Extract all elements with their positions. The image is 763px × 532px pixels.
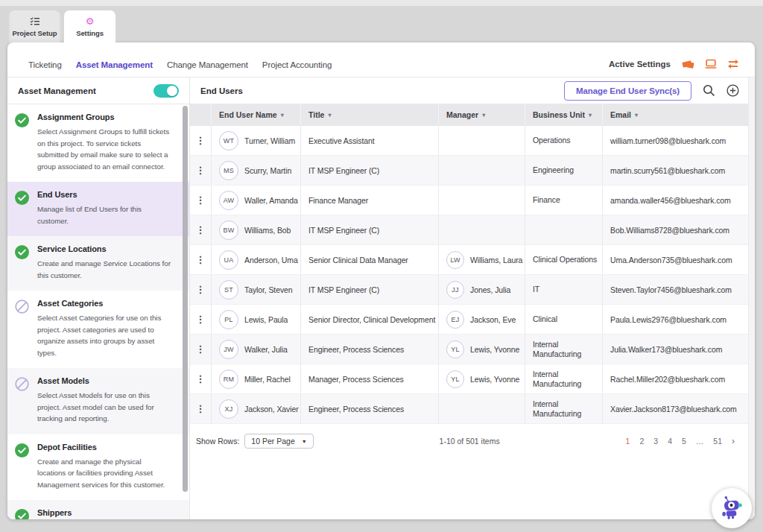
chat-mascot-button[interactable] — [712, 488, 752, 528]
table-row[interactable]: ⋮ ST Taylor, Steven IT MSP Engineer (C) … — [190, 275, 748, 305]
sidebar-item[interactable]: Asset Categories Select Asset Categories… — [7, 291, 189, 368]
row-menu-icon[interactable]: ⋮ — [196, 344, 206, 354]
table-row[interactable]: ⋮ XJ Jackson, Xavier Engineer, Process S… — [190, 394, 748, 424]
row-menu-icon[interactable]: ⋮ — [196, 195, 206, 205]
end-user-avatar: RM — [219, 370, 238, 389]
manage-end-user-syncs-button[interactable]: Manage End User Sync(s) — [564, 81, 691, 101]
panel-scrollbar[interactable] — [748, 77, 755, 519]
row-menu-icon[interactable]: ⋮ — [196, 255, 206, 265]
table-header: End User Name ▾ Title ▾ Manager ▾ Busine… — [190, 104, 748, 126]
sidebar-item-title: End Users — [37, 190, 171, 199]
sidebar-item-text: Depot Facilities Create and manage the p… — [37, 443, 171, 491]
tab-project-setup[interactable]: Project Setup — [9, 10, 60, 42]
table-row[interactable]: ⋮ AW Waller, Amanda Finance Manager Fina… — [190, 186, 748, 215]
table-row[interactable]: ⋮ RM Miller, Rachel Manager, Process Sci… — [190, 364, 748, 394]
table-row[interactable]: ⋮ PL Lewis, Paula Senior Director, Clini… — [190, 305, 748, 335]
column-header[interactable]: Manager ▾ — [439, 104, 525, 126]
sidebar-item[interactable]: Asset Models Select Asset Models for use… — [7, 368, 189, 434]
column-header-label: Title — [308, 110, 324, 119]
pagination-page[interactable]: 3 — [653, 437, 658, 446]
column-header[interactable]: Email ▾ — [603, 104, 748, 126]
sidebar-item-title: Service Locations — [37, 244, 171, 253]
business-unit: Operations — [525, 126, 603, 155]
sidebar-header: Asset Management — [7, 77, 189, 104]
row-menu-icon[interactable]: ⋮ — [196, 404, 206, 414]
business-unit: Finance — [525, 186, 603, 215]
manager-name: Lewis, Yvonne — [470, 345, 519, 354]
pagination: 12345…51› — [626, 436, 738, 446]
manager-avatar: LW — [446, 251, 464, 269]
search-icon[interactable] — [703, 84, 715, 97]
table-row[interactable]: ⋮ BW Williams, Bob IT MSP Engineer (C) B… — [190, 215, 748, 245]
end-user-title: IT MSP Engineer (C) — [301, 156, 439, 185]
end-user-name: Anderson, Uma — [244, 256, 298, 265]
end-user-title: IT MSP Engineer (C) — [301, 275, 439, 304]
row-menu-icon[interactable]: ⋮ — [196, 136, 206, 145]
row-menu-icon[interactable]: ⋮ — [196, 314, 206, 324]
manager-name: Jones, Julia — [470, 285, 510, 294]
column-header[interactable]: Business Unit ▾ — [525, 104, 603, 126]
row-menu-icon[interactable]: ⋮ — [196, 374, 206, 384]
check-circle-icon — [15, 443, 29, 457]
tab-label: Project Setup — [13, 29, 57, 37]
row-menu-icon[interactable]: ⋮ — [196, 285, 206, 294]
laptop-icon[interactable] — [704, 59, 718, 69]
column-header-label: Manager — [446, 110, 478, 119]
swap-arrows-icon[interactable] — [726, 59, 740, 69]
email: Julia.Walker173@blueshark.com — [603, 335, 748, 364]
sidebar-item[interactable]: Service Locations Create and manage Serv… — [7, 236, 189, 291]
panel-header: End Users Manage End User Sync(s) — [190, 77, 748, 104]
column-header[interactable]: End User Name ▾ — [212, 104, 301, 126]
sidebar-item-description: Create and manage Service Locations for … — [37, 258, 171, 281]
end-user-name: Walker, Julia — [244, 345, 288, 354]
end-user-title: Senior Director, Clinical Development — [301, 305, 439, 334]
settings-card: TicketingAsset ManagementChange Manageme… — [7, 42, 755, 519]
end-user-avatar: WT — [219, 131, 238, 151]
add-end-user-icon[interactable] — [726, 84, 739, 97]
pagination-page[interactable]: 1 — [626, 437, 630, 446]
end-user-name: Williams, Bob — [244, 226, 291, 235]
items-range: 1-10 of 501 items — [314, 437, 626, 446]
pagination-page[interactable]: 2 — [639, 437, 644, 446]
column-header[interactable]: Title ▾ — [301, 104, 439, 126]
subnav-item[interactable]: Project Accounting — [262, 60, 332, 69]
per-page-select[interactable]: 10 Per Page ▼ — [244, 434, 313, 449]
end-user-avatar: JW — [219, 340, 238, 359]
sidebar-item[interactable]: Shippers Create and manage the list of S… — [7, 500, 189, 519]
column-header-label: Email — [610, 110, 631, 119]
end-user-name: Turner, William — [244, 136, 295, 145]
row-menu-icon[interactable]: ⋮ — [196, 165, 206, 175]
table-row[interactable]: ⋮ MS Scurry, Martin IT MSP Engineer (C) … — [190, 156, 748, 186]
sidebar-item[interactable]: End Users Manage list of End Users for t… — [7, 182, 189, 236]
sidebar-item[interactable]: Assignment Groups Select Assignment Grou… — [7, 104, 189, 182]
table-row[interactable]: ⋮ JW Walker, Julia Engineer, Process Sci… — [190, 335, 748, 364]
sidebar-item[interactable]: Depot Facilities Create and manage the p… — [7, 434, 189, 501]
status-icon — [15, 191, 29, 205]
sidebar-item-title: Asset Categories — [37, 299, 171, 308]
subnav-item[interactable]: Change Management — [167, 60, 248, 69]
sort-caret-icon: ▾ — [328, 112, 331, 118]
end-user-name: Taylor, Steven — [244, 285, 293, 294]
chevron-down-icon: ▼ — [302, 439, 307, 444]
pagination-page[interactable]: 4 — [668, 437, 672, 446]
subnav-item[interactable]: Asset Management — [76, 60, 153, 69]
table-row[interactable]: ⋮ UA Anderson, Uma Senior Clinical Data … — [190, 245, 748, 275]
ticket-icon[interactable] — [681, 58, 695, 69]
subnav-items: TicketingAsset ManagementChange Manageme… — [28, 60, 332, 69]
end-user-title: Manager, Process Sciences — [301, 364, 439, 393]
pagination-page[interactable]: 51 — [713, 437, 722, 446]
sidebar-item-description: Create and manage the physical locations… — [37, 456, 171, 491]
pagination-next[interactable]: › — [732, 436, 735, 446]
business-unit: Internal Manufacturing — [525, 364, 603, 393]
sidebar-item-title: Depot Facilities — [37, 443, 171, 452]
end-user-title: Finance Manager — [301, 186, 439, 215]
table-row[interactable]: ⋮ WT Turner, William Executive Assistant… — [190, 126, 748, 156]
subnav-item[interactable]: Ticketing — [28, 60, 62, 69]
row-menu-icon[interactable]: ⋮ — [196, 225, 206, 235]
pagination-page[interactable]: 5 — [682, 437, 686, 446]
sidebar-scrollbar[interactable] — [183, 106, 188, 492]
asset-management-toggle[interactable] — [153, 84, 179, 98]
sidebar-list: Assignment Groups Select Assignment Grou… — [7, 104, 189, 519]
tab-settings[interactable]: ⚙ Settings — [64, 10, 115, 42]
sidebar-item-text: End Users Manage list of End Users for t… — [37, 190, 171, 227]
